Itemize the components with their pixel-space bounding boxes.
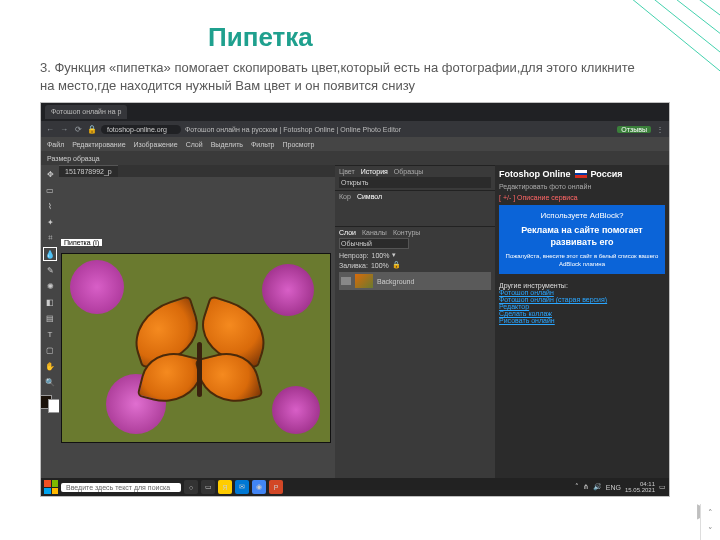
lasso-tool-icon[interactable]: ⌇ (43, 199, 57, 213)
tab-character[interactable]: Символ (357, 193, 382, 200)
other-tools: Другие инструменты: Фотошоп онлайн Фотош… (499, 278, 665, 324)
clock-date: 15.05.2021 (625, 487, 655, 493)
screenshot-container: Фотошоп онлайн на р ← → ⟳ 🔒 fotoshop-onl… (40, 102, 670, 497)
layer-name[interactable]: Background (377, 278, 414, 285)
flag-icon (575, 170, 587, 178)
tab-history[interactable]: История (361, 168, 388, 175)
volume-icon[interactable]: 🔊 (593, 483, 602, 491)
link-draw[interactable]: Рисовать онлайн (499, 317, 665, 324)
flower-shape (272, 386, 320, 434)
canvas-column: 1517878992_p Пипетка (I) (59, 165, 335, 478)
chrome-icon[interactable]: ◉ (252, 480, 266, 494)
layers-panel: Слои Каналы Контуры Непрозр: 100% ▾ Зали… (335, 226, 495, 292)
tab-layers[interactable]: Слои (339, 229, 356, 236)
hand-tool-icon[interactable]: ✋ (43, 359, 57, 373)
wand-tool-icon[interactable]: ✦ (43, 215, 57, 229)
opacity-label: Непрозр: (339, 252, 369, 259)
reload-icon[interactable]: ⟳ (73, 124, 83, 134)
marquee-tool-icon[interactable]: ▭ (43, 183, 57, 197)
layer-row[interactable]: Background (339, 272, 491, 290)
menu-file[interactable]: Файл (47, 141, 64, 148)
mail-icon[interactable]: ✉ (235, 480, 249, 494)
flag-label: Россия (591, 169, 623, 179)
site-sidebar: Fotoshop Online Россия Редактировать фот… (495, 165, 669, 478)
menu-image[interactable]: Изображение (134, 141, 178, 148)
right-panels: Цвет История Образцы Открыть Кор Символ … (335, 165, 495, 478)
tools-heading: Другие инструменты: (499, 282, 665, 289)
brush-tool-icon[interactable]: ✎ (43, 263, 57, 277)
visibility-icon[interactable] (341, 277, 351, 285)
image-canvas[interactable] (61, 253, 331, 443)
scroll-buttons: ˄ ˅ (700, 504, 720, 540)
toolbox: ✥ ▭ ⌇ ✦ ⌗ 💧 ✎ ✺ ◧ ▤ T ▢ ✋ 🔍 (41, 165, 59, 478)
zoom-tool-icon[interactable]: 🔍 (43, 375, 57, 389)
start-button[interactable] (44, 480, 58, 494)
tab-paths[interactable]: Контуры (393, 229, 420, 236)
scroll-down-icon[interactable]: ˅ (701, 522, 720, 540)
lock-icon: 🔒 (87, 124, 97, 134)
text-tool-icon[interactable]: T (43, 327, 57, 341)
menu-select[interactable]: Выделить (211, 141, 243, 148)
tab-channels[interactable]: Каналы (362, 229, 387, 236)
yandex-icon[interactable]: Я (218, 480, 232, 494)
url-field[interactable]: fotoshop-online.org (101, 125, 181, 134)
tray-up-icon[interactable]: ˄ (575, 483, 579, 491)
taskview-icon[interactable]: ▭ (201, 480, 215, 494)
browser-toolbar: ← → ⟳ 🔒 fotoshop-online.org Фотошоп онла… (41, 121, 669, 137)
document-tab[interactable]: 1517878992_p (59, 165, 118, 177)
menu-icon[interactable]: ⋮ (655, 124, 665, 134)
clone-tool-icon[interactable]: ✺ (43, 279, 57, 293)
app-menubar: Файл Редактирование Изображение Слой Выд… (41, 137, 669, 151)
crop-tool-icon[interactable]: ⌗ (43, 231, 57, 245)
forward-icon[interactable]: → (59, 124, 69, 134)
move-tool-icon[interactable]: ✥ (43, 167, 57, 181)
link-photoshop[interactable]: Фотошоп онлайн (499, 289, 665, 296)
gradient-tool-icon[interactable]: ▤ (43, 311, 57, 325)
canvas-area[interactable]: Пипетка (I) (59, 177, 335, 478)
lock-icon[interactable]: 🔒 (392, 261, 401, 269)
windows-taskbar: Введите здесь текст для поиска ○ ▭ Я ✉ ◉… (41, 478, 669, 496)
menu-view[interactable]: Просмотр (283, 141, 315, 148)
clock[interactable]: 04:11 15.05.2021 (625, 481, 655, 493)
fill-value[interactable]: 100% (371, 262, 389, 269)
back-icon[interactable]: ← (45, 124, 55, 134)
toggle-description[interactable]: [ +/- ] Описание сервиса (499, 194, 665, 201)
options-label: Размер образца (47, 155, 100, 162)
link-photoshop-old[interactable]: Фотошоп онлайн (старая версия) (499, 296, 665, 303)
ad-question: Используете AdBlock? (505, 211, 659, 221)
brand-subtitle: Редактировать фото онлайн (499, 183, 665, 190)
notifications-icon[interactable]: ▭ (659, 483, 666, 491)
link-editor[interactable]: Редактор (499, 303, 665, 310)
history-item[interactable]: Открыть (339, 177, 491, 188)
page-title: Фотошоп онлайн на русском | Fotoshop Onl… (185, 126, 613, 133)
menu-layer[interactable]: Слой (186, 141, 203, 148)
slide-title: Пипетка (208, 22, 720, 53)
ad-subtext: Пожалуйста, внесите этот сайт в белый сп… (505, 253, 659, 269)
reviews-badge[interactable]: Отзывы (617, 126, 651, 133)
tab-swatches[interactable]: Образцы (394, 168, 423, 175)
browser-tab[interactable]: Фотошоп онлайн на р (45, 105, 127, 119)
tab-adjust[interactable]: Кор (339, 193, 351, 200)
lang-indicator[interactable]: ENG (606, 484, 621, 491)
menu-filter[interactable]: Фильтр (251, 141, 275, 148)
tab-color[interactable]: Цвет (339, 168, 355, 175)
cortana-icon[interactable]: ○ (184, 480, 198, 494)
scroll-up-icon[interactable]: ˄ (701, 504, 720, 522)
link-collage[interactable]: Сделать коллаж (499, 310, 665, 317)
opacity-value[interactable]: 100% (372, 252, 390, 259)
flower-shape (262, 264, 314, 316)
blend-mode-select[interactable] (339, 238, 409, 249)
site-brand: Fotoshop Online Россия (499, 169, 665, 179)
wifi-icon[interactable]: ⋔ (583, 483, 589, 491)
taskbar-search[interactable]: Введите здесь текст для поиска (61, 483, 181, 492)
adblock-banner: Используете AdBlock? Реклама на сайте по… (499, 205, 665, 274)
eraser-tool-icon[interactable]: ◧ (43, 295, 57, 309)
menu-edit[interactable]: Редактирование (72, 141, 125, 148)
browser-tabstrip: Фотошоп онлайн на р (41, 103, 669, 121)
shape-tool-icon[interactable]: ▢ (43, 343, 57, 357)
powerpoint-icon[interactable]: P (269, 480, 283, 494)
chevron-down-icon[interactable]: ▾ (392, 251, 396, 259)
slide-description: 3. Функция «пипетка» помогает скопироват… (40, 59, 640, 94)
ad-headline: Реклама на сайте помогает развивать его (505, 225, 659, 248)
eyedropper-tool-icon[interactable]: 💧 (43, 247, 57, 261)
